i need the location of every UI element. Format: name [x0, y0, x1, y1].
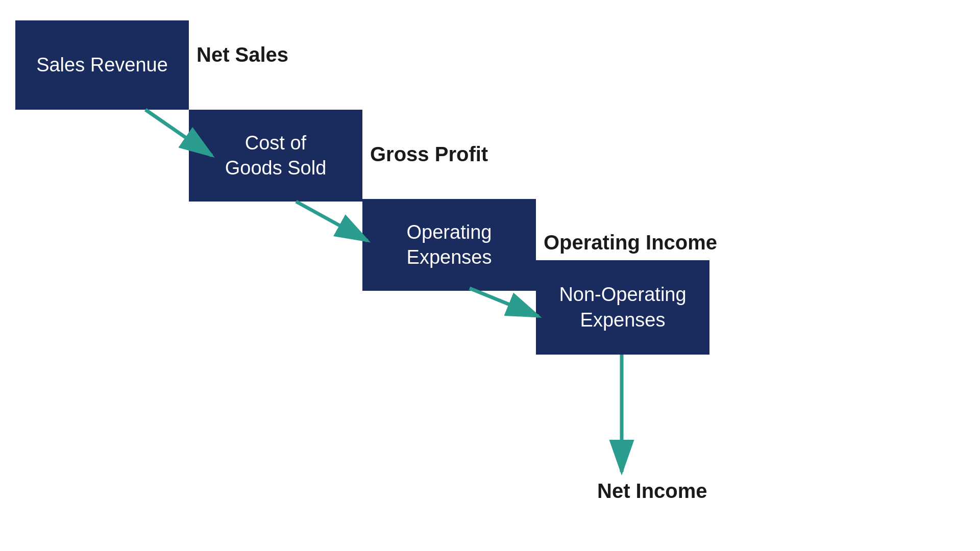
- operating-income-label: Operating Income: [544, 231, 717, 254]
- gross-profit-label: Gross Profit: [370, 143, 488, 166]
- sales-revenue-label: Sales Revenue: [36, 53, 168, 78]
- sales-revenue-box: Sales Revenue: [15, 20, 189, 110]
- cogs-box: Cost ofGoods Sold: [189, 110, 362, 202]
- arrow-3: [470, 288, 538, 316]
- net-sales-label: Net Sales: [197, 43, 288, 66]
- cogs-label: Cost ofGoods Sold: [225, 131, 327, 181]
- operating-expenses-box: OperatingExpenses: [362, 199, 536, 291]
- non-operating-expenses-label: Non-OperatingExpenses: [559, 282, 686, 333]
- arrow-2: [296, 202, 368, 241]
- non-operating-expenses-box: Non-OperatingExpenses: [536, 260, 709, 355]
- diagram-container: Sales Revenue Net Sales Cost ofGoods Sol…: [0, 0, 980, 551]
- net-income-label: Net Income: [597, 480, 707, 503]
- operating-expenses-label: OperatingExpenses: [407, 220, 492, 270]
